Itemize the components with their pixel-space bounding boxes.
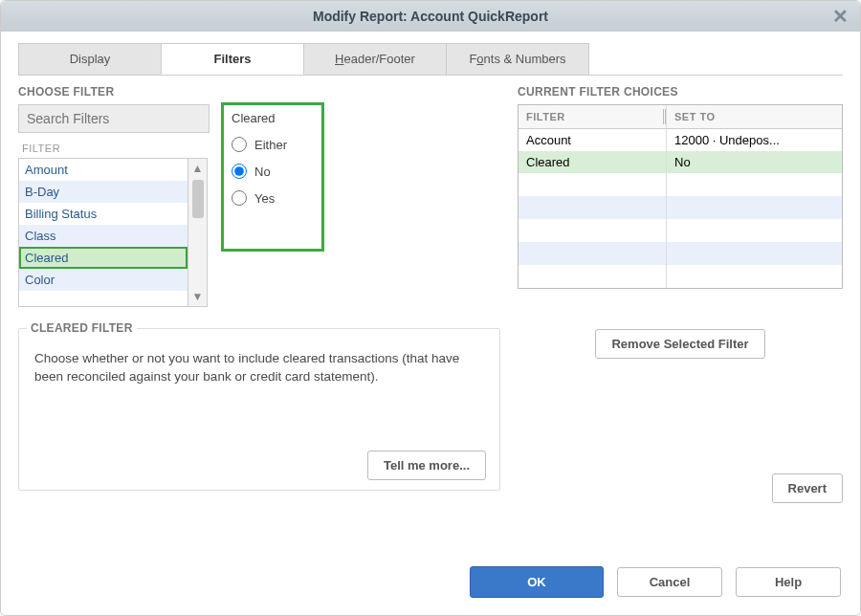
filter-item-amount[interactable]: Amount <box>19 159 188 181</box>
filter-item-class[interactable]: Class <box>19 225 188 247</box>
choices-cell-setto: 12000 · Undepos... <box>667 129 842 151</box>
radio-row-yes[interactable]: Yes <box>232 190 314 206</box>
cleared-filter-description-box: CLEARED FILTER Choose whether or not you… <box>18 328 500 491</box>
radio-row-either[interactable]: Either <box>232 137 314 152</box>
close-icon[interactable]: ✕ <box>832 5 849 28</box>
choices-row-empty[interactable] <box>519 265 842 288</box>
cleared-filter-label: CLEARED FILTER <box>27 321 137 335</box>
dialog-titlebar: Modify Report: Account QuickReport ✕ <box>1 1 860 32</box>
filter-item-color[interactable]: Color <box>19 269 188 291</box>
filter-item-cleared[interactable]: Cleared <box>19 247 188 269</box>
scroll-up-icon[interactable]: ▲ <box>192 159 204 178</box>
filter-list-scrollbar[interactable]: ▲ ▼ <box>188 158 208 307</box>
ok-button[interactable]: OK <box>470 566 604 598</box>
radio-no[interactable] <box>232 164 247 179</box>
radio-either-label: Either <box>254 138 287 152</box>
choose-filter-label: CHOOSE FILTER <box>18 85 500 99</box>
cleared-filter-text: Choose whether or not you want to includ… <box>33 344 486 392</box>
dialog-button-bar: OK Cancel Help <box>470 566 841 598</box>
radio-row-no[interactable]: No <box>232 164 314 179</box>
radio-yes-label: Yes <box>254 191 275 206</box>
tab-fonts-numbers[interactable]: Fonts & Numbers <box>446 43 589 75</box>
current-filter-choices-table: FILTER SET TO Account 12000 · Undepos...… <box>518 104 843 289</box>
dialog-body: Display Filters Header/Footer Fonts & Nu… <box>1 32 860 615</box>
scroll-thumb[interactable] <box>192 180 204 218</box>
choices-row-empty[interactable] <box>519 173 842 196</box>
dialog-title: Modify Report: Account QuickReport <box>313 9 548 24</box>
radio-yes[interactable] <box>232 190 247 206</box>
filter-list[interactable]: Amount B-Day Billing Status Class Cleare… <box>18 158 188 307</box>
choices-cell-setto: No <box>667 151 842 173</box>
scroll-down-icon[interactable]: ▼ <box>192 287 204 306</box>
radio-either[interactable] <box>232 137 247 152</box>
choices-row-account[interactable]: Account 12000 · Undepos... <box>519 129 842 151</box>
cancel-button[interactable]: Cancel <box>617 567 722 597</box>
choices-row-empty[interactable] <box>519 242 842 265</box>
remove-selected-filter-button[interactable]: Remove Selected Filter <box>595 329 764 359</box>
current-choices-label: CURRENT FILTER CHOICES <box>518 85 843 99</box>
choices-row-cleared[interactable]: Cleared No <box>519 151 842 173</box>
filter-item-billing-status[interactable]: Billing Status <box>19 203 188 225</box>
cleared-options-panel: Cleared Either No Yes <box>221 102 324 252</box>
choices-cell-filter: Cleared <box>519 151 667 173</box>
filter-column-label: FILTER <box>22 143 206 154</box>
scroll-track[interactable] <box>192 178 204 287</box>
tab-display[interactable]: Display <box>18 43 162 75</box>
tabs: Display Filters Header/Footer Fonts & Nu… <box>18 43 843 76</box>
choices-cell-filter: Account <box>519 129 667 151</box>
filter-item-bday[interactable]: B-Day <box>19 181 188 203</box>
tell-me-more-button[interactable]: Tell me more... <box>367 451 486 480</box>
tab-header-footer[interactable]: Header/Footer <box>303 43 447 75</box>
choices-row-empty[interactable] <box>519 196 842 219</box>
help-button[interactable]: Help <box>736 567 841 597</box>
revert-button[interactable]: Revert <box>772 473 843 503</box>
choices-header-filter: FILTER <box>519 105 667 128</box>
choices-header-setto: SET TO <box>667 105 842 128</box>
cleared-heading: Cleared <box>232 111 314 125</box>
choices-row-empty[interactable] <box>519 219 842 242</box>
tab-filters[interactable]: Filters <box>161 43 304 75</box>
search-input[interactable] <box>18 104 210 133</box>
radio-no-label: No <box>254 165 271 179</box>
